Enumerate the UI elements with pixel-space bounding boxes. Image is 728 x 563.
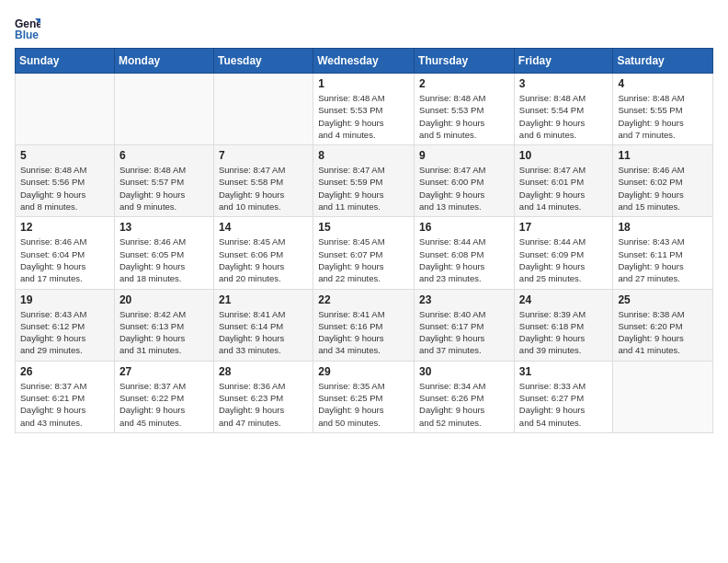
calendar-cell: 13Sunrise: 8:46 AM Sunset: 6:05 PM Dayli… bbox=[114, 217, 213, 289]
day-number: 22 bbox=[318, 293, 409, 306]
day-number: 25 bbox=[618, 293, 708, 306]
day-info: Sunrise: 8:35 AM Sunset: 6:25 PM Dayligh… bbox=[318, 380, 409, 429]
weekday-header: Monday bbox=[114, 49, 213, 74]
calendar-cell: 30Sunrise: 8:34 AM Sunset: 6:26 PM Dayli… bbox=[415, 361, 515, 432]
calendar-cell: 19Sunrise: 8:43 AM Sunset: 6:12 PM Dayli… bbox=[16, 289, 115, 361]
day-info: Sunrise: 8:47 AM Sunset: 5:59 PM Dayligh… bbox=[318, 164, 409, 213]
calendar-cell bbox=[213, 74, 313, 145]
day-info: Sunrise: 8:46 AM Sunset: 6:04 PM Dayligh… bbox=[20, 236, 109, 284]
weekday-header: Tuesday bbox=[213, 49, 313, 74]
day-number: 6 bbox=[119, 149, 209, 162]
calendar-cell: 21Sunrise: 8:41 AM Sunset: 6:14 PM Dayli… bbox=[213, 289, 313, 361]
day-number: 19 bbox=[20, 293, 109, 306]
day-number: 16 bbox=[419, 221, 509, 234]
calendar-cell: 16Sunrise: 8:44 AM Sunset: 6:08 PM Dayli… bbox=[415, 217, 515, 289]
day-number: 23 bbox=[419, 293, 509, 306]
calendar-cell: 1Sunrise: 8:48 AM Sunset: 5:53 PM Daylig… bbox=[313, 74, 415, 145]
weekday-header: Sunday bbox=[16, 49, 115, 74]
day-info: Sunrise: 8:34 AM Sunset: 6:26 PM Dayligh… bbox=[419, 380, 509, 429]
day-info: Sunrise: 8:47 AM Sunset: 6:00 PM Dayligh… bbox=[419, 164, 509, 213]
day-info: Sunrise: 8:37 AM Sunset: 6:22 PM Dayligh… bbox=[119, 380, 209, 429]
day-info: Sunrise: 8:47 AM Sunset: 5:58 PM Dayligh… bbox=[219, 164, 308, 213]
day-number: 1 bbox=[318, 77, 409, 90]
logo: General Blue bbox=[15, 15, 44, 40]
day-number: 10 bbox=[519, 149, 609, 162]
day-info: Sunrise: 8:46 AM Sunset: 6:05 PM Dayligh… bbox=[119, 236, 209, 284]
day-info: Sunrise: 8:36 AM Sunset: 6:23 PM Dayligh… bbox=[219, 380, 308, 429]
calendar-cell bbox=[613, 361, 713, 432]
day-info: Sunrise: 8:44 AM Sunset: 6:09 PM Dayligh… bbox=[519, 236, 609, 284]
svg-text:Blue: Blue bbox=[15, 29, 39, 40]
calendar-cell: 6Sunrise: 8:48 AM Sunset: 5:57 PM Daylig… bbox=[114, 145, 213, 217]
calendar-cell: 23Sunrise: 8:40 AM Sunset: 6:17 PM Dayli… bbox=[415, 289, 515, 361]
calendar-week-row: 19Sunrise: 8:43 AM Sunset: 6:12 PM Dayli… bbox=[16, 289, 713, 361]
day-number: 5 bbox=[20, 149, 109, 162]
day-info: Sunrise: 8:48 AM Sunset: 5:53 PM Dayligh… bbox=[419, 92, 509, 141]
weekday-header: Saturday bbox=[613, 49, 713, 74]
calendar-cell: 3Sunrise: 8:48 AM Sunset: 5:54 PM Daylig… bbox=[514, 74, 613, 145]
calendar-week-row: 12Sunrise: 8:46 AM Sunset: 6:04 PM Dayli… bbox=[16, 217, 713, 289]
day-number: 30 bbox=[419, 365, 509, 378]
calendar-cell: 10Sunrise: 8:47 AM Sunset: 6:01 PM Dayli… bbox=[514, 145, 613, 217]
page-header: General Blue bbox=[15, 15, 713, 40]
calendar-cell: 8Sunrise: 8:47 AM Sunset: 5:59 PM Daylig… bbox=[313, 145, 415, 217]
day-number: 15 bbox=[318, 221, 409, 234]
calendar-cell: 5Sunrise: 8:48 AM Sunset: 5:56 PM Daylig… bbox=[16, 145, 115, 217]
calendar-week-row: 1Sunrise: 8:48 AM Sunset: 5:53 PM Daylig… bbox=[16, 74, 713, 145]
calendar-cell: 4Sunrise: 8:48 AM Sunset: 5:55 PM Daylig… bbox=[613, 74, 713, 145]
day-info: Sunrise: 8:45 AM Sunset: 6:07 PM Dayligh… bbox=[318, 236, 409, 284]
calendar-cell: 12Sunrise: 8:46 AM Sunset: 6:04 PM Dayli… bbox=[16, 217, 115, 289]
calendar-cell: 22Sunrise: 8:41 AM Sunset: 6:16 PM Dayli… bbox=[313, 289, 415, 361]
weekday-header: Thursday bbox=[415, 49, 515, 74]
calendar-cell: 7Sunrise: 8:47 AM Sunset: 5:58 PM Daylig… bbox=[213, 145, 313, 217]
weekday-header: Friday bbox=[514, 49, 613, 74]
calendar-cell: 15Sunrise: 8:45 AM Sunset: 6:07 PM Dayli… bbox=[313, 217, 415, 289]
day-info: Sunrise: 8:43 AM Sunset: 6:11 PM Dayligh… bbox=[618, 236, 708, 284]
day-info: Sunrise: 8:40 AM Sunset: 6:17 PM Dayligh… bbox=[419, 308, 509, 357]
calendar-table: SundayMondayTuesdayWednesdayThursdayFrid… bbox=[15, 48, 713, 433]
calendar-cell: 25Sunrise: 8:38 AM Sunset: 6:20 PM Dayli… bbox=[613, 289, 713, 361]
day-number: 31 bbox=[519, 365, 609, 378]
day-info: Sunrise: 8:48 AM Sunset: 5:54 PM Dayligh… bbox=[519, 92, 609, 141]
day-info: Sunrise: 8:47 AM Sunset: 6:01 PM Dayligh… bbox=[519, 164, 609, 213]
day-info: Sunrise: 8:41 AM Sunset: 6:14 PM Dayligh… bbox=[219, 308, 308, 357]
day-number: 20 bbox=[119, 293, 209, 306]
calendar-cell: 29Sunrise: 8:35 AM Sunset: 6:25 PM Dayli… bbox=[313, 361, 415, 432]
calendar-header-row: SundayMondayTuesdayWednesdayThursdayFrid… bbox=[16, 49, 713, 74]
day-info: Sunrise: 8:43 AM Sunset: 6:12 PM Dayligh… bbox=[20, 308, 109, 357]
day-number: 14 bbox=[219, 221, 308, 234]
day-number: 21 bbox=[219, 293, 308, 306]
calendar-cell: 27Sunrise: 8:37 AM Sunset: 6:22 PM Dayli… bbox=[114, 361, 213, 432]
day-number: 26 bbox=[20, 365, 109, 378]
day-number: 12 bbox=[20, 221, 109, 234]
day-number: 2 bbox=[419, 77, 509, 90]
day-info: Sunrise: 8:38 AM Sunset: 6:20 PM Dayligh… bbox=[618, 308, 708, 357]
calendar-cell bbox=[16, 74, 115, 145]
calendar-cell: 31Sunrise: 8:33 AM Sunset: 6:27 PM Dayli… bbox=[514, 361, 613, 432]
calendar-cell: 24Sunrise: 8:39 AM Sunset: 6:18 PM Dayli… bbox=[514, 289, 613, 361]
day-info: Sunrise: 8:45 AM Sunset: 6:06 PM Dayligh… bbox=[219, 236, 308, 284]
day-number: 9 bbox=[419, 149, 509, 162]
calendar-cell: 28Sunrise: 8:36 AM Sunset: 6:23 PM Dayli… bbox=[213, 361, 313, 432]
day-number: 8 bbox=[318, 149, 409, 162]
calendar-week-row: 5Sunrise: 8:48 AM Sunset: 5:56 PM Daylig… bbox=[16, 145, 713, 217]
day-number: 3 bbox=[519, 77, 609, 90]
calendar-cell: 18Sunrise: 8:43 AM Sunset: 6:11 PM Dayli… bbox=[613, 217, 713, 289]
calendar-cell bbox=[114, 74, 213, 145]
day-info: Sunrise: 8:46 AM Sunset: 6:02 PM Dayligh… bbox=[618, 164, 708, 213]
day-info: Sunrise: 8:42 AM Sunset: 6:13 PM Dayligh… bbox=[119, 308, 209, 357]
calendar-cell: 9Sunrise: 8:47 AM Sunset: 6:00 PM Daylig… bbox=[415, 145, 515, 217]
calendar-week-row: 26Sunrise: 8:37 AM Sunset: 6:21 PM Dayli… bbox=[16, 361, 713, 432]
day-info: Sunrise: 8:44 AM Sunset: 6:08 PM Dayligh… bbox=[419, 236, 509, 284]
day-number: 27 bbox=[119, 365, 209, 378]
day-info: Sunrise: 8:48 AM Sunset: 5:55 PM Dayligh… bbox=[618, 92, 708, 141]
logo-icon: General Blue bbox=[15, 15, 40, 40]
day-info: Sunrise: 8:48 AM Sunset: 5:56 PM Dayligh… bbox=[20, 164, 109, 213]
day-info: Sunrise: 8:39 AM Sunset: 6:18 PM Dayligh… bbox=[519, 308, 609, 357]
day-number: 13 bbox=[119, 221, 209, 234]
day-number: 11 bbox=[618, 149, 708, 162]
day-info: Sunrise: 8:48 AM Sunset: 5:57 PM Dayligh… bbox=[119, 164, 209, 213]
day-number: 28 bbox=[219, 365, 308, 378]
weekday-header: Wednesday bbox=[313, 49, 415, 74]
day-number: 7 bbox=[219, 149, 308, 162]
